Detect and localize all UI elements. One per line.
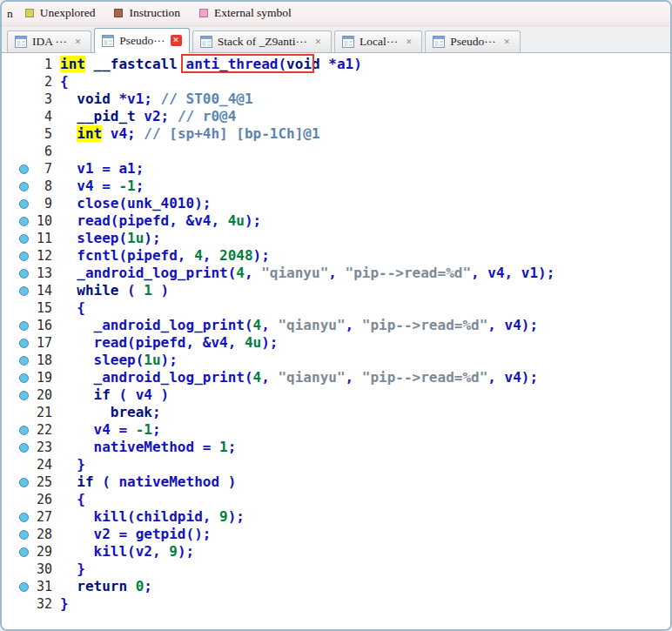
breakpoint-dot[interactable]: [19, 217, 29, 226]
tab-local[interactable]: Local···✕: [334, 30, 422, 52]
breakpoint-dot[interactable]: [19, 286, 29, 296]
code-line[interactable]: 25 if ( nativeMethod ): [2, 473, 670, 491]
breakpoint-gutter[interactable]: [2, 91, 31, 108]
breakpoint-gutter[interactable]: [2, 369, 31, 386]
code-line[interactable]: 1int __fastcall anti_thread(void *a1): [2, 56, 670, 73]
breakpoint-gutter[interactable]: [2, 125, 31, 143]
code-line[interactable]: 29 kill(v2, 9);: [2, 543, 670, 561]
breakpoint-dot[interactable]: [19, 373, 29, 383]
tab-stack[interactable]: Stack of _Z9anti···✕: [192, 30, 332, 52]
breakpoint-gutter[interactable]: [2, 73, 31, 91]
breakpoint-dot[interactable]: [19, 426, 29, 435]
breakpoint-gutter[interactable]: [2, 282, 31, 299]
breakpoint-dot[interactable]: [19, 269, 29, 279]
breakpoint-dot[interactable]: [19, 391, 29, 400]
breakpoint-dot[interactable]: [19, 199, 29, 209]
breakpoint-gutter[interactable]: [2, 491, 31, 508]
breakpoint-dot[interactable]: [19, 164, 29, 174]
code-line[interactable]: 22 v4 = -1;: [2, 421, 670, 439]
breakpoint-gutter[interactable]: [2, 526, 31, 543]
line-number: 20: [31, 386, 52, 404]
breakpoint-gutter[interactable]: [2, 508, 31, 526]
tab-close-icon[interactable]: ✕: [171, 35, 182, 46]
breakpoint-dot[interactable]: [19, 339, 29, 348]
code-line[interactable]: 8 v4 = -1;: [2, 178, 670, 195]
line-number: 16: [31, 317, 52, 334]
breakpoint-dot[interactable]: [19, 443, 29, 453]
breakpoint-gutter[interactable]: [2, 265, 31, 282]
breakpoint-dot[interactable]: [19, 478, 29, 487]
breakpoint-dot[interactable]: [19, 356, 29, 366]
code-line[interactable]: 27 kill(childpid, 9);: [2, 508, 670, 526]
breakpoint-gutter[interactable]: [2, 178, 31, 195]
code-line[interactable]: 4 __pid_t v2; // r0@4: [2, 108, 670, 125]
breakpoint-gutter[interactable]: [2, 108, 31, 125]
code-line[interactable]: 20 if ( v4 ): [2, 386, 670, 404]
breakpoint-gutter[interactable]: [2, 421, 31, 439]
tab-pseudocode-2[interactable]: Pseudo···✕: [425, 30, 521, 52]
breakpoint-gutter[interactable]: [2, 595, 31, 613]
tab-close-icon[interactable]: ✕: [72, 37, 84, 48]
breakpoint-gutter[interactable]: [2, 561, 31, 578]
breakpoint-gutter[interactable]: [2, 456, 31, 473]
breakpoint-gutter[interactable]: [2, 578, 31, 595]
breakpoint-gutter[interactable]: [2, 212, 31, 230]
code-line[interactable]: 6: [2, 143, 670, 160]
breakpoint-gutter[interactable]: [2, 247, 31, 265]
tab-ida[interactable]: IDA ···✕: [7, 30, 91, 52]
code-line[interactable]: 9 close(unk_4010);: [2, 195, 670, 212]
code-line[interactable]: 30 }: [2, 561, 670, 578]
code-line[interactable]: 19 _android_log_print(4, "qianyu", "pip-…: [2, 369, 670, 386]
breakpoint-dot[interactable]: [19, 582, 29, 592]
breakpoint-gutter[interactable]: [2, 543, 31, 561]
tab-close-icon[interactable]: ✕: [312, 37, 324, 48]
code-line[interactable]: 12 fcntl(pipefd, 4, 2048);: [2, 247, 670, 265]
tab-close-icon[interactable]: ✕: [501, 37, 513, 48]
code-line[interactable]: 24 }: [2, 456, 670, 473]
breakpoint-gutter[interactable]: [2, 473, 31, 491]
breakpoint-dot[interactable]: [19, 182, 29, 191]
breakpoint-gutter[interactable]: [2, 56, 31, 73]
code-line[interactable]: 13 _android_log_print(4, "qianyu", "pip-…: [2, 265, 670, 282]
breakpoint-gutter[interactable]: [2, 230, 31, 247]
code-line[interactable]: 3 void *v1; // ST00_4@1: [2, 91, 670, 108]
code-line[interactable]: 31 return 0;: [2, 578, 670, 595]
code-line[interactable]: 2{: [2, 73, 670, 91]
breakpoint-dot[interactable]: [19, 513, 29, 522]
breakpoint-gutter[interactable]: [2, 195, 31, 212]
breakpoint-dot[interactable]: [19, 234, 29, 244]
breakpoint-dot[interactable]: [19, 530, 29, 540]
code-line[interactable]: 5 int v4; // [sp+4h] [bp-1Ch]@1: [2, 125, 670, 143]
breakpoint-gutter[interactable]: [2, 299, 31, 317]
breakpoint-gutter[interactable]: [2, 404, 31, 421]
tab-close-icon[interactable]: ✕: [403, 37, 414, 48]
breakpoint-gutter[interactable]: [2, 439, 31, 456]
code-line[interactable]: 18 sleep(1u);: [2, 352, 670, 369]
breakpoint-gutter[interactable]: [2, 334, 31, 352]
document-view-icon: [342, 36, 354, 48]
line-number: 12: [31, 247, 52, 265]
code-line[interactable]: 15 {: [2, 299, 670, 317]
breakpoint-gutter[interactable]: [2, 352, 31, 369]
code-text: v1 = a1;: [52, 160, 144, 178]
code-line[interactable]: 23 nativeMethod = 1;: [2, 439, 670, 456]
breakpoint-dot[interactable]: [19, 547, 29, 557]
code-line[interactable]: 16 _android_log_print(4, "qianyu", "pip-…: [2, 317, 670, 334]
code-line[interactable]: 21 break;: [2, 404, 670, 421]
line-number: 32: [31, 595, 52, 613]
code-line[interactable]: 14 while ( 1 ): [2, 282, 670, 299]
breakpoint-gutter[interactable]: [2, 317, 31, 334]
breakpoint-dot[interactable]: [19, 252, 29, 261]
code-line[interactable]: 17 read(pipefd, &v4, 4u);: [2, 334, 670, 352]
breakpoint-gutter[interactable]: [2, 143, 31, 160]
breakpoint-dot[interactable]: [19, 321, 29, 331]
code-line[interactable]: 7 v1 = a1;: [2, 160, 670, 178]
tab-pseudocode-1[interactable]: Pseudo···✕: [94, 28, 190, 53]
code-line[interactable]: 32}: [2, 595, 670, 613]
code-line[interactable]: 26 {: [2, 491, 670, 508]
breakpoint-gutter[interactable]: [2, 386, 31, 404]
code-line[interactable]: 28 v2 = getpid();: [2, 526, 670, 543]
breakpoint-gutter[interactable]: [2, 160, 31, 178]
code-line[interactable]: 11 sleep(1u);: [2, 230, 670, 247]
code-line[interactable]: 10 read(pipefd, &v4, 4u);: [2, 212, 670, 230]
